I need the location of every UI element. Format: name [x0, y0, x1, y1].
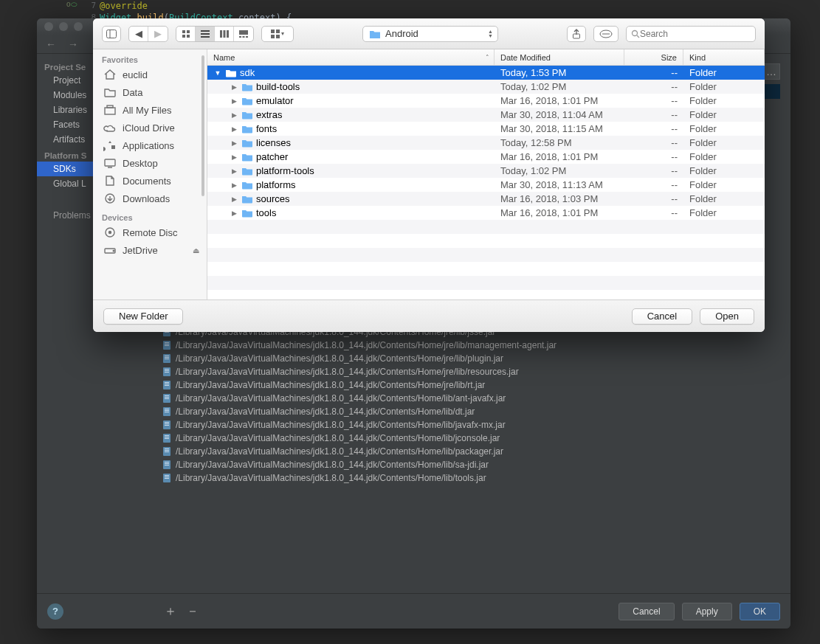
classpath-entry[interactable]: /Library/Java/JavaVirtualMachines/jdk1.8…	[162, 418, 780, 432]
file-row[interactable]: ▶licensesToday, 12:58 PM--Folder	[207, 136, 765, 150]
classpath-add-remove: ＋ －	[164, 602, 199, 620]
help-button[interactable]: ?	[47, 603, 63, 620]
disclosure-triangle-icon[interactable]: ▶	[230, 97, 238, 105]
location-label: Android	[385, 28, 418, 39]
sidebar-problems[interactable]: Problems	[53, 210, 91, 221]
sidebar-scroll-indicator[interactable]	[201, 55, 204, 196]
favorite-documents[interactable]: Documents	[93, 172, 207, 190]
file-date: Mar 30, 2018, 11:04 AM	[495, 109, 624, 120]
disclosure-triangle-icon[interactable]: ▶	[230, 83, 238, 91]
nav-back-button[interactable]: ◀	[129, 27, 148, 41]
classpath-entry[interactable]: /Library/Java/JavaVirtualMachines/jdk1.8…	[162, 378, 780, 392]
share-button[interactable]	[567, 26, 586, 42]
classpath-entry[interactable]: /Library/Java/JavaVirtualMachines/jdk1.8…	[162, 405, 780, 418]
remove-button[interactable]: －	[186, 602, 199, 620]
col-kind[interactable]: Kind	[683, 49, 765, 65]
file-row[interactable]: ▶sourcesMar 16, 2018, 1:03 PM--Folder	[207, 192, 765, 206]
file-kind: Folder	[683, 81, 765, 92]
classpath-entry[interactable]: /Library/Java/JavaVirtualMachines/jdk1.8…	[162, 352, 780, 365]
disclosure-triangle-icon[interactable]: ▶	[230, 167, 238, 175]
disclosure-triangle-icon[interactable]: ▶	[230, 195, 238, 203]
group-by-button[interactable]: ▾	[261, 26, 294, 42]
svg-rect-45	[165, 462, 169, 463]
file-row[interactable]: ▶fontsMar 30, 2018, 11:15 AM--Folder	[207, 122, 765, 136]
favorite-data[interactable]: Data	[93, 83, 207, 101]
classpath-entry[interactable]: /Library/Java/JavaVirtualMachines/jdk1.8…	[162, 471, 780, 485]
nav-forward-button[interactable]: ▶	[148, 27, 168, 41]
col-name[interactable]: Name˄	[207, 49, 495, 65]
disclosure-triangle-icon[interactable]: ▶	[230, 111, 238, 119]
file-row[interactable]: ▶toolsMar 16, 2018, 1:01 PM--Folder	[207, 206, 765, 220]
classpath-entry[interactable]: /Library/Java/JavaVirtualMachines/jdk1.8…	[162, 432, 780, 445]
svg-rect-17	[165, 369, 169, 370]
disclosure-triangle-icon[interactable]: ▶	[230, 210, 238, 217]
file-row[interactable]: ▶emulatorMar 16, 2018, 1:01 PM--Folder	[207, 94, 765, 108]
disclosure-triangle-icon[interactable]: ▶	[230, 153, 238, 161]
sidebar-toggle-button[interactable]	[102, 26, 121, 42]
file-row[interactable]: ▼sdkToday, 1:53 PM--Folder	[207, 66, 765, 80]
device-remotedisc[interactable]: Remote Disc	[93, 224, 207, 241]
search-input[interactable]	[640, 29, 751, 39]
file-row[interactable]: ▶extrasMar 30, 2018, 11:04 AM--Folder	[207, 108, 765, 122]
tags-button[interactable]	[593, 26, 619, 42]
back-arrow-icon[interactable]: ←	[43, 38, 59, 50]
ok-button[interactable]: OK	[740, 603, 780, 620]
apply-button[interactable]: Apply	[682, 603, 732, 620]
svg-rect-78	[107, 105, 113, 108]
classpath-entry[interactable]: /Library/Java/JavaVirtualMachines/jdk1.8…	[162, 339, 780, 352]
file-date: Mar 30, 2018, 11:13 AM	[495, 179, 624, 190]
favorite-applications[interactable]: Applications	[93, 136, 207, 154]
disclosure-triangle-icon[interactable]: ▶	[230, 125, 238, 133]
file-kind: Folder	[683, 193, 765, 204]
cancel-button[interactable]: Cancel	[619, 603, 674, 620]
file-name: sources	[256, 193, 290, 204]
location-popup[interactable]: Android ▲▼	[362, 26, 498, 42]
view-gallery-button[interactable]	[234, 27, 253, 41]
col-date[interactable]: Date Modified	[495, 49, 624, 65]
favorite-downloads[interactable]: Downloads	[93, 190, 207, 207]
eject-icon[interactable]: ⏏	[193, 246, 199, 255]
finder-cancel-button[interactable]: Cancel	[632, 308, 692, 325]
svg-rect-35	[165, 425, 169, 426]
view-icons-button[interactable]	[176, 27, 196, 41]
favorite-all-my-files[interactable]: All My Files	[93, 101, 207, 119]
finder-open-button[interactable]: Open	[700, 308, 754, 325]
add-button[interactable]: ＋	[164, 602, 177, 620]
col-size[interactable]: Size	[624, 49, 683, 65]
svg-rect-62	[223, 30, 225, 38]
new-folder-button[interactable]: New Folder	[103, 308, 183, 325]
device-jetdrive[interactable]: JetDrive⏏	[93, 241, 207, 259]
classpath-entry[interactable]: /Library/Java/JavaVirtualMachines/jdk1.8…	[162, 392, 780, 405]
svg-rect-29	[165, 409, 169, 409]
svg-rect-49	[165, 475, 169, 476]
sdk-browse-button[interactable]: …	[762, 63, 780, 80]
view-list-button[interactable]	[196, 27, 215, 41]
file-size: --	[624, 207, 683, 218]
classpath-entry[interactable]: /Library/Java/JavaVirtualMachines/jdk1.8…	[162, 458, 780, 471]
finder-file-list: Name˄ Date Modified Size Kind ▼sdkToday,…	[207, 49, 765, 300]
file-name: emulator	[256, 95, 294, 106]
file-row[interactable]: ▶patcherMar 16, 2018, 1:01 PM--Folder	[207, 150, 765, 164]
svg-rect-63	[227, 30, 229, 38]
disclosure-triangle-icon[interactable]: ▼	[213, 69, 222, 77]
file-kind: Folder	[683, 109, 765, 120]
favorite-euclid[interactable]: euclid	[93, 66, 207, 83]
svg-rect-15	[165, 359, 169, 359]
file-row[interactable]: ▶platform-toolsToday, 1:02 PM--Folder	[207, 164, 765, 178]
classpath-entry[interactable]: /Library/Java/JavaVirtualMachines/jdk1.8…	[162, 445, 780, 458]
favorite-desktop[interactable]: Desktop	[93, 154, 207, 172]
file-row[interactable]: ▶platformsMar 30, 2018, 11:13 AM--Folder	[207, 178, 765, 192]
file-size: --	[624, 109, 683, 120]
file-kind: Folder	[683, 123, 765, 134]
classpath-entry[interactable]: /Library/Java/JavaVirtualMachines/jdk1.8…	[162, 365, 780, 378]
favorite-icloud-drive[interactable]: iCloud Drive	[93, 119, 207, 136]
disclosure-triangle-icon[interactable]: ▶	[230, 139, 238, 147]
forward-arrow-icon[interactable]: →	[65, 38, 81, 50]
nav-back-forward: ◀ ▶	[128, 26, 168, 42]
search-field[interactable]	[626, 26, 756, 42]
disclosure-triangle-icon[interactable]: ▶	[230, 181, 238, 189]
view-columns-button[interactable]	[215, 27, 234, 41]
file-kind: Folder	[683, 207, 765, 218]
chevron-updown-icon: ▲▼	[488, 30, 493, 38]
file-row[interactable]: ▶build-toolsToday, 1:02 PM--Folder	[207, 80, 765, 94]
